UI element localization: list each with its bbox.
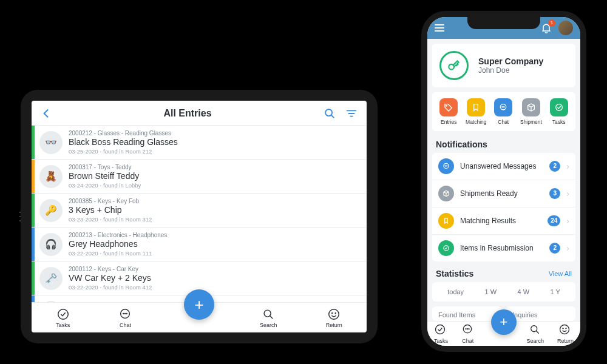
quick-label: Matching [466,119,487,125]
check-circle-icon [56,308,70,321]
tab-return[interactable]: Return [557,323,574,344]
back-button[interactable] [40,107,52,120]
entry-name: VW Car Key + 2 Keys [69,273,152,284]
entry-row[interactable]: 🎧 2000213 - Electronics - Headphones Gre… [32,227,367,261]
svg-point-35 [563,328,563,329]
svg-line-11 [270,315,273,318]
user-name: John Doe [478,66,543,75]
stat-label: Inquiries [512,311,569,318]
notification-text: Matching Results [460,217,541,225]
tag-icon [439,98,458,116]
notification-row[interactable]: Matching Results 24 › [432,207,575,234]
notification-text: Items in Resubmission [460,244,543,252]
phone-screen: 1 Super Company John Doe Entries Matchin… [427,17,580,346]
svg-point-10 [264,310,271,317]
range-today[interactable]: today [447,288,464,295]
check-circle-icon [434,323,447,337]
tab-tasks[interactable]: Tasks [56,308,70,328]
quick-matching[interactable]: Matching [466,98,487,125]
check-circle-icon [438,240,454,256]
status-strip [32,261,35,295]
tab-label: Chat [462,338,473,344]
tab-tasks[interactable]: Tasks [434,323,448,344]
entry-thumb: 🗝️ [39,267,63,290]
entry-meta: 2000213 - Electronics - Headphones [69,232,167,240]
svg-point-21 [555,104,562,111]
tab-label: Tasks [434,338,448,344]
tab-chat[interactable]: Chat [461,323,475,344]
company-card: Super Company John Doe [432,44,575,87]
tab-label: Return [326,322,342,328]
svg-point-32 [531,326,537,332]
notification-text: Unanswered Messages [460,162,543,170]
entry-row[interactable]: 🧸 2000317 - Toys - Teddy Brown Steiff Te… [32,159,367,193]
tablet-tabbar: Tasks Chat Search Return + [32,302,367,332]
tab-chat[interactable]: Chat [118,308,132,328]
company-logo [439,51,469,80]
menu-icon[interactable] [435,24,444,32]
notifications-list: Unanswered Messages 2 › Shipments Ready … [432,153,575,261]
notification-row[interactable]: Items in Resubmission 2 › [432,234,575,261]
add-fab[interactable]: + [491,309,517,335]
stat-card-inquiries[interactable]: Inquiries [506,306,575,321]
stat-label: Found Items [438,311,495,318]
notification-count: 2 [549,161,560,172]
tablet-side-dots [19,212,21,221]
range-selector: today 1 W 4 W 1 Y [432,282,575,302]
entry-name: Black Boss Reading Glasses [69,137,178,148]
quick-label: Shipment [520,119,542,125]
tab-search[interactable]: Search [260,308,277,328]
notification-row[interactable]: Shipments Ready 3 › [432,180,575,207]
entry-meta: 2000212 - Glasses - Reading Glasses [69,130,178,138]
add-fab[interactable]: + [184,289,214,320]
quick-entries[interactable]: Entries [439,98,458,125]
notification-row[interactable]: Unanswered Messages 2 › [432,153,575,180]
entry-meta: 2000112 - Keys - Car Key [69,266,152,274]
smile-icon [558,323,572,337]
tab-return[interactable]: Return [326,308,342,328]
chevron-right-icon: › [566,189,569,198]
svg-point-0 [325,109,332,116]
entry-name: 3 Keys + Chip [69,205,152,216]
entry-row[interactable]: 🔑 2000385 - Keys - Key Fob 3 Keys + Chip… [32,193,367,227]
svg-point-12 [329,309,339,319]
phone-tabbar: Tasks Chat Search Return + [427,321,580,346]
filter-icon[interactable] [345,107,358,120]
quick-label: Chat [498,119,509,125]
svg-point-8 [125,313,126,314]
tab-search[interactable]: Search [527,323,544,344]
tablet-screen: All Entries 👓 2000212 - Glasses - Readin… [32,101,367,332]
entry-row[interactable]: 👓 2000212 - Glasses - Reading Glasses Bl… [32,125,367,159]
quick-actions: Entries Matching Chat Shipment Tasks [432,92,575,131]
chevron-right-icon: › [566,243,569,253]
view-all-link[interactable]: View All [549,270,572,277]
notifications-heading: Notifications [427,136,580,153]
bell-badge: 1 [548,19,555,27]
quick-label: Entries [441,119,456,125]
quick-chat[interactable]: Chat [494,98,512,125]
search-icon[interactable] [323,107,336,120]
status-strip [32,194,35,227]
entry-date: 03-22-2020 - found in Room 412 [69,284,152,291]
avatar[interactable] [558,21,573,35]
range-4w[interactable]: 4 W [518,288,530,295]
svg-point-36 [566,328,566,329]
entry-date: 03-24-2020 - found in Lobby [69,182,141,189]
svg-point-19 [503,107,504,107]
range-1w[interactable]: 1 W [485,288,497,295]
notification-text: Shipments Ready [460,189,543,198]
entry-date: 03-23-2020 - found in Room 312 [69,216,152,223]
search-icon [529,323,542,337]
quick-shipment[interactable]: Shipment [520,98,542,125]
bell-icon[interactable]: 1 [540,22,552,34]
quick-tasks[interactable]: Tasks [550,98,568,125]
tab-label: Chat [120,322,131,328]
search-icon [262,308,275,321]
entry-thumb: 🎧 [39,233,63,256]
svg-point-25 [447,166,447,166]
range-1y[interactable]: 1 Y [550,288,560,295]
entry-thumb: 👓 [39,131,63,154]
tablet-header: All Entries [32,101,367,125]
entries-list: 👓 2000212 - Glasses - Reading Glasses Bl… [32,125,367,302]
svg-point-20 [504,107,504,107]
